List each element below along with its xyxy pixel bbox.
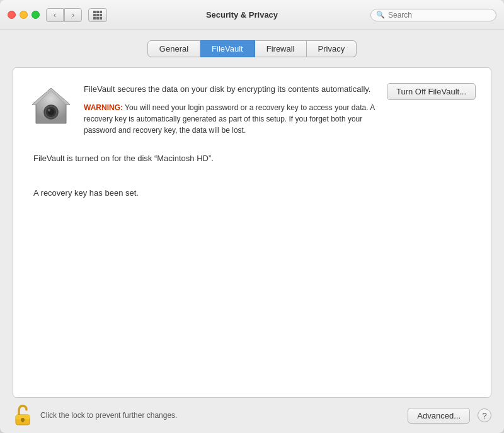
warning-body: You will need your login password or a r… — [84, 103, 375, 135]
turn-off-filevault-button[interactable]: Turn Off FileVault... — [387, 83, 476, 100]
close-button[interactable] — [8, 11, 16, 19]
lock-svg — [14, 405, 32, 426]
maximize-button[interactable] — [32, 11, 40, 19]
bottom-bar: Click the lock to prevent further change… — [0, 398, 504, 433]
lock-icon[interactable] — [13, 404, 33, 427]
search-input[interactable] — [388, 11, 489, 20]
traffic-lights — [8, 11, 40, 19]
warning-label: WARNING: — [84, 103, 123, 112]
help-button[interactable]: ? — [478, 408, 491, 422]
house-svg — [30, 84, 72, 127]
filevault-status-text: FileVault is turned on for the disk “Mac… — [33, 154, 476, 163]
window-title: Security & Privacy — [113, 10, 370, 20]
status-section: FileVault is turned on for the disk “Mac… — [28, 154, 476, 176]
search-box[interactable]: 🔍 — [370, 9, 496, 21]
top-section: FileVault secures the data on your disk … — [28, 83, 476, 136]
svg-rect-9 — [22, 420, 24, 422]
description-text: FileVault secures the data on your disk … — [84, 83, 377, 96]
filevault-icon — [28, 83, 74, 128]
window: ‹ › Security & Privacy 🔍 General FileVau… — [0, 0, 504, 433]
back-icon: ‹ — [54, 11, 56, 20]
back-button[interactable]: ‹ — [46, 8, 64, 22]
tab-filevault[interactable]: FileVault — [200, 40, 255, 57]
grid-button[interactable] — [88, 8, 107, 22]
tab-firewall[interactable]: Firewall — [255, 40, 307, 57]
titlebar: ‹ › Security & Privacy 🔍 — [0, 0, 504, 30]
lock-label: Click the lock to prevent further change… — [40, 411, 400, 420]
nav-buttons: ‹ › — [46, 8, 82, 22]
minimize-button[interactable] — [20, 11, 28, 19]
content-area: General FileVault Firewall Privacy — [0, 30, 504, 398]
forward-button[interactable]: › — [64, 8, 82, 22]
search-icon: 🔍 — [376, 11, 385, 19]
tab-general[interactable]: General — [147, 40, 200, 57]
tab-privacy[interactable]: Privacy — [307, 40, 357, 57]
forward-icon: › — [72, 11, 74, 20]
tab-bar: General FileVault Firewall Privacy — [13, 40, 491, 57]
main-panel: FileVault secures the data on your disk … — [13, 67, 491, 398]
recovery-section: A recovery key has been set. — [28, 188, 476, 198]
recovery-key-text: A recovery key has been set. — [33, 188, 476, 198]
right-col: Turn Off FileVault... — [387, 83, 476, 100]
svg-point-5 — [48, 109, 50, 111]
grid-icon — [93, 11, 102, 20]
warning-text: WARNING: You will need your login passwo… — [84, 102, 377, 136]
panel-description: FileVault secures the data on your disk … — [84, 83, 377, 136]
advanced-button[interactable]: Advanced... — [408, 408, 470, 424]
